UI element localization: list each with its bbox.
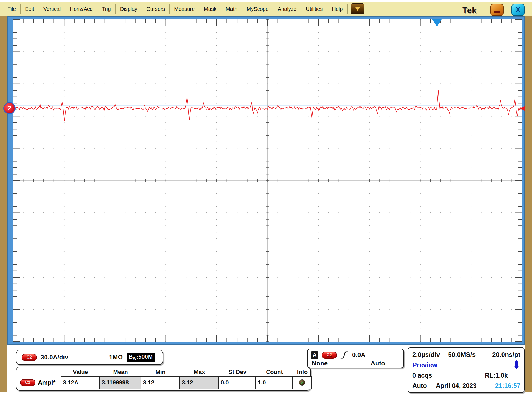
minimize-button[interactable] [490,4,504,16]
header-max: Max [180,368,219,376]
channel-2-badge[interactable]: C2 [22,354,37,361]
measurement-header-row: Value Mean Min Max St Dev Count Info [16,368,310,376]
trigger-readout-box[interactable]: A C2 0.0A None Auto [307,349,404,368]
menu-mask[interactable]: Mask [199,4,221,14]
menu-myscope[interactable]: MyScope [242,4,273,14]
cell-mean: 3.1199998 [99,376,141,389]
trigger-position-marker-icon[interactable] [432,19,442,27]
menu-math[interactable]: Math [221,4,242,14]
trigger-level: 0.0A [352,351,366,359]
tek-logo: Tek [462,6,477,15]
menu-display[interactable]: Display [115,4,142,14]
menu-overflow-button[interactable] [351,3,364,14]
waveform-display-frame [7,16,525,345]
channel-2-badge[interactable]: C2 [20,379,35,386]
header-count: Count [256,368,293,376]
left-bezel-strip [0,16,7,392]
header-value: Value [61,368,100,376]
channel-readout-box[interactable]: C2 30.0A/div 1MΩ BW:500M [16,350,163,365]
menu-horiz-acq[interactable]: Horiz/Acq [65,4,97,14]
cell-count: 1.0 [255,376,293,389]
graticule-grid-and-trace [13,19,522,342]
record-length: RL:1.0k [485,372,508,379]
measurement-table: Value Mean Min Max St Dev Count Info C2 … [16,367,311,391]
channel-2-label: 2 [8,105,11,112]
channel-2-position-marker[interactable]: 2 [3,102,16,114]
trigger-mode-status: Auto [412,382,427,389]
chevron-down-icon [355,7,360,11]
menu-vertical[interactable]: Vertical [39,4,65,14]
date-label: April 04, 2023 [436,382,477,389]
menu-utilities[interactable]: Utilities [301,4,327,14]
sample-rate: 50.0MS/s [448,351,485,358]
trigger-source-badge[interactable]: C2 [322,352,337,359]
header-stdev: St Dev [219,368,256,376]
cell-stdev: 0.0 [218,376,256,389]
measurement-row: C2 Ampl* 3.12A 3.1199998 3.12 3.12 0.0 1… [16,376,310,389]
menu-edit[interactable]: Edit [20,4,38,14]
trigger-mode: Auto [371,360,385,367]
menu-file[interactable]: File [3,4,20,14]
cell-info: ✓ [292,376,312,389]
acquisition-arrow-icon [514,360,519,369]
sample-resolution: 20.0ns/pt [485,351,520,358]
header-min: Min [141,368,180,376]
menu-help[interactable]: Help [327,4,347,14]
vertical-scale: 30.0A/div [41,354,68,361]
menu-analyze[interactable]: Analyze [273,4,301,14]
header-mean: Mean [100,368,141,376]
cell-max: 3.12 [179,376,219,389]
measurement-name: Ampl* [38,379,55,386]
horizontal-readout-box[interactable]: 2.0µs/div 50.0MS/s 20.0ns/pt Preview 0 a… [408,347,525,393]
header-spacer [16,368,61,376]
trigger-level-arrow-icon[interactable] [520,106,525,111]
right-bezel-strip [525,16,532,392]
header-info: Info [293,368,312,376]
menu-trig[interactable]: Trig [97,4,115,14]
oscilloscope-screen: File Edit Vertical Horiz/Acq Trig Displa… [0,0,532,401]
graticule-area [13,19,522,342]
menu-measure[interactable]: Measure [169,4,199,14]
time-label: 21:16:57 [495,382,520,389]
close-button[interactable]: X [511,4,525,16]
menu-bar: File Edit Vertical Horiz/Acq Trig Displa… [0,0,532,16]
acquisition-count: 0 acqs [412,372,432,379]
rising-edge-icon [340,351,349,359]
acquisition-status: Preview [412,361,437,369]
trigger-type: None [312,360,328,367]
trigger-system-badge: A [311,351,318,359]
menu-cursors[interactable]: Cursors [142,4,169,14]
bandwidth-badge: BW:500M [127,353,155,362]
input-impedance: 1MΩ [109,354,123,361]
cell-min: 3.12 [141,376,180,389]
info-icon[interactable]: ✓ [299,379,305,386]
minimize-icon [494,11,500,13]
measurement-source-label: C2 Ampl* [16,376,61,389]
close-icon: X [516,6,520,14]
timebase: 2.0µs/div [412,351,448,358]
cell-value: 3.12A [61,376,100,389]
